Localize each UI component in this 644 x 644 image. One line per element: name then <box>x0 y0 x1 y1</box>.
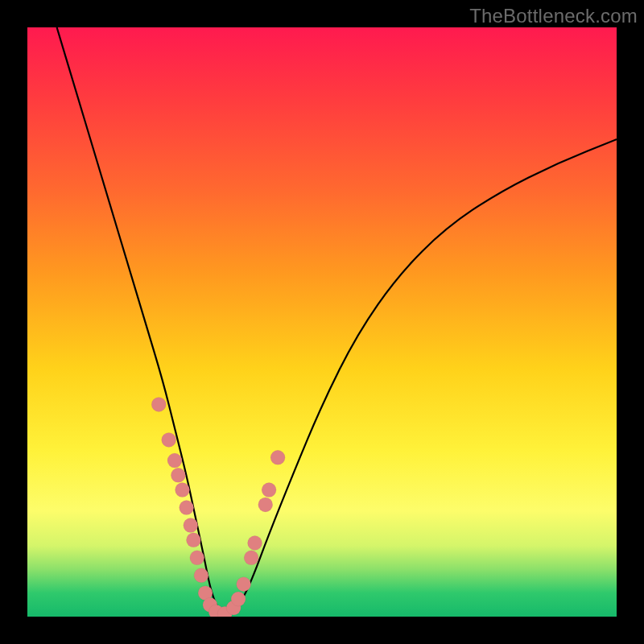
dot <box>237 577 251 592</box>
outer-frame: TheBottleneck.com <box>0 0 644 644</box>
dot <box>162 432 176 447</box>
dot <box>171 468 185 482</box>
dot <box>180 501 194 515</box>
dot <box>184 518 198 533</box>
dot <box>190 551 204 565</box>
dot <box>167 453 182 468</box>
dot <box>186 533 200 547</box>
highlighted-dots <box>151 397 285 617</box>
dot <box>151 397 166 411</box>
dot <box>244 551 258 565</box>
chart-svg <box>27 27 617 617</box>
dot <box>270 450 285 464</box>
watermark-text: TheBottleneck.com <box>469 5 638 27</box>
bottleneck-curve <box>57 27 617 613</box>
dot <box>231 592 246 606</box>
dot <box>194 568 208 583</box>
dot <box>248 536 262 551</box>
dot <box>258 497 273 512</box>
plot-area <box>27 27 617 617</box>
dot <box>175 483 190 497</box>
dot <box>262 483 276 497</box>
